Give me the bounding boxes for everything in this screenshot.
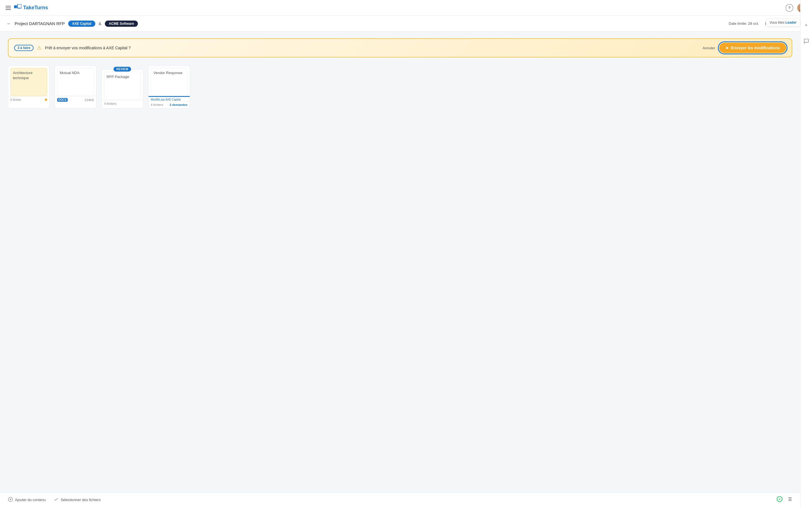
logo[interactable]: TakeTurns	[14, 4, 48, 11]
app-header: TakeTurns ?	[0, 0, 812, 16]
status-dot-architecture	[45, 99, 47, 101]
right-panel: «	[800, 0, 812, 507]
project-title: Project DARTAGNAN RFP	[15, 21, 65, 26]
select-files-button[interactable]: Sélectionner des fichiers	[54, 497, 101, 503]
docx-badge: DOCX	[57, 98, 68, 102]
demandes-badge-vendor: 2 demandes	[169, 103, 188, 107]
send-modifications-button[interactable]: ➤ Envoyer les modifications	[719, 43, 786, 53]
file-footer-rfp: 4 fichiers	[102, 100, 143, 107]
add-content-label: Ajouter du contenu	[15, 498, 46, 502]
file-count-rfp: 4 fichiers	[104, 102, 116, 105]
collapse-panel-button[interactable]: «	[805, 22, 808, 27]
file-card-mutual-nda[interactable]: Mutual NDA DOCX 234KB	[55, 65, 96, 108]
file-footer-vendor: 6 fichiers 2 demandes	[149, 101, 190, 108]
svg-rect-1	[17, 4, 21, 8]
cancel-button[interactable]: Annuler	[703, 46, 715, 50]
select-files-label: Sélectionner des fichiers	[61, 498, 101, 502]
bottom-bar-right	[776, 496, 792, 504]
todo-badge: 3 à faire	[14, 45, 34, 51]
file-thumbnail-architecture: Architecture technique	[10, 68, 47, 96]
action-bar-right: Annuler ➤ Envoyer les modifications	[703, 43, 786, 53]
logo-icon	[14, 4, 21, 11]
logo-text: TakeTurns	[23, 5, 48, 11]
list-view-button[interactable]	[786, 496, 792, 503]
role-badge: Vous êtes Leader	[766, 18, 800, 26]
modified-by-vendor: Modifié par AXE Capital	[151, 98, 181, 101]
tag-axe-capital[interactable]: AXE Capital	[68, 20, 95, 27]
action-text: Prêt à envoyer vos modifications à AXE C…	[45, 46, 131, 50]
file-footer-architecture: 0 fichier	[8, 96, 49, 103]
action-bar: 3 à faire ⚠ Prêt à envoyer vos modificat…	[8, 38, 792, 57]
check-icon	[776, 496, 783, 504]
main-content: 3 à faire ⚠ Prêt à envoyer vos modificat…	[0, 32, 800, 507]
file-name-rfp: RFP Package	[107, 74, 129, 79]
ampersand: &	[99, 21, 101, 26]
help-button[interactable]: ?	[785, 4, 794, 12]
svg-rect-0	[14, 5, 17, 8]
file-thumbnail-vendor: Vendor Response	[151, 68, 188, 96]
file-name-mutual-nda: Mutual NDA	[60, 70, 80, 75]
select-files-icon	[54, 497, 59, 503]
file-thumbnail-rfp: RFP Package	[104, 72, 141, 100]
tag-acme-software[interactable]: ACME Software	[105, 20, 138, 27]
project-bar: ← Project DARTAGNAN RFP AXE Capital & AC…	[0, 16, 812, 32]
file-size-mutual-nda: 234KB	[85, 98, 94, 102]
chat-icon[interactable]	[804, 38, 809, 45]
bottom-bar-left: Ajouter du contenu Sélectionner des fich…	[8, 497, 101, 503]
hamburger-menu[interactable]	[6, 6, 11, 10]
back-button[interactable]: ←	[7, 21, 11, 26]
project-bar-left: ← Project DARTAGNAN RFP AXE Capital & AC…	[7, 20, 138, 27]
send-icon: ➤	[725, 46, 729, 50]
send-label: Envoyer les modifications	[731, 46, 780, 50]
modified-bar-vendor: Modifié par AXE Capital	[149, 96, 190, 101]
deadline-label: Date limite: 28 oct.	[729, 21, 759, 25]
file-card-rfp[interactable]: REVIEW RFP Package 4 fichiers	[101, 69, 143, 108]
header-left: TakeTurns	[6, 4, 48, 11]
file-name-vendor: Vendor Response	[153, 70, 183, 75]
file-name-architecture: Architecture technique	[13, 70, 45, 80]
file-count-architecture: 0 fichier	[10, 98, 21, 101]
file-thumbnail-mutual-nda: Mutual NDA	[57, 68, 94, 96]
files-grid: Architecture technique 0 fichier Mutual …	[8, 65, 792, 108]
file-count-vendor: 6 fichiers	[151, 103, 163, 107]
review-badge: REVIEW	[114, 67, 131, 71]
file-card-architecture[interactable]: Architecture technique 0 fichier	[8, 65, 50, 108]
file-footer-mutual-nda: DOCX 234KB	[55, 96, 96, 103]
bottom-bar: Ajouter du contenu Sélectionner des fich…	[0, 492, 800, 507]
file-card-vendor[interactable]: Vendor Response Modifié par AXE Capital …	[148, 65, 190, 108]
you-etes-label: Vous êtes	[770, 20, 784, 24]
warning-icon: ⚠	[37, 45, 42, 51]
add-content-button[interactable]: Ajouter du contenu	[8, 497, 46, 503]
add-icon	[8, 497, 13, 503]
leader-label: Leader	[785, 20, 797, 24]
action-bar-left: 3 à faire ⚠ Prêt à envoyer vos modificat…	[14, 45, 131, 51]
